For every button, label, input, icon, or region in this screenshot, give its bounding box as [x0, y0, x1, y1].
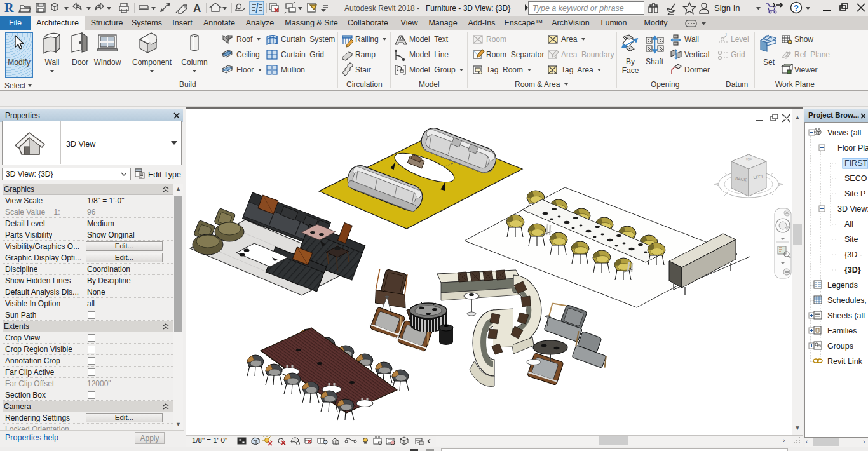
svg-text:Views (all: Views (all: [827, 128, 861, 137]
svg-text:R: R: [4, 1, 14, 15]
svg-text:SECO: SECO: [844, 174, 867, 183]
svg-text:Site P: Site P: [844, 189, 865, 198]
svg-text:Site: Site: [844, 235, 858, 244]
svg-text:Legends: Legends: [827, 281, 858, 290]
svg-text:{3D -: {3D -: [844, 250, 862, 259]
svg-text:?: ?: [794, 3, 799, 13]
svg-text:Schedules,: Schedules,: [827, 296, 867, 305]
svg-text:3D View:: 3D View:: [837, 205, 868, 213]
svg-text:Groups: Groups: [827, 342, 853, 351]
svg-text:Floor Plan: Floor Plan: [837, 144, 868, 152]
svg-text:Revit Link: Revit Link: [827, 357, 863, 366]
svg-text:All: All: [844, 220, 853, 229]
svg-text:1: 1: [725, 32, 728, 37]
svg-text:Families: Families: [827, 326, 857, 335]
svg-text:A: A: [193, 3, 201, 15]
svg-text:{3D}: {3D}: [844, 266, 861, 274]
svg-text:Sheets (all: Sheets (all: [827, 311, 865, 320]
